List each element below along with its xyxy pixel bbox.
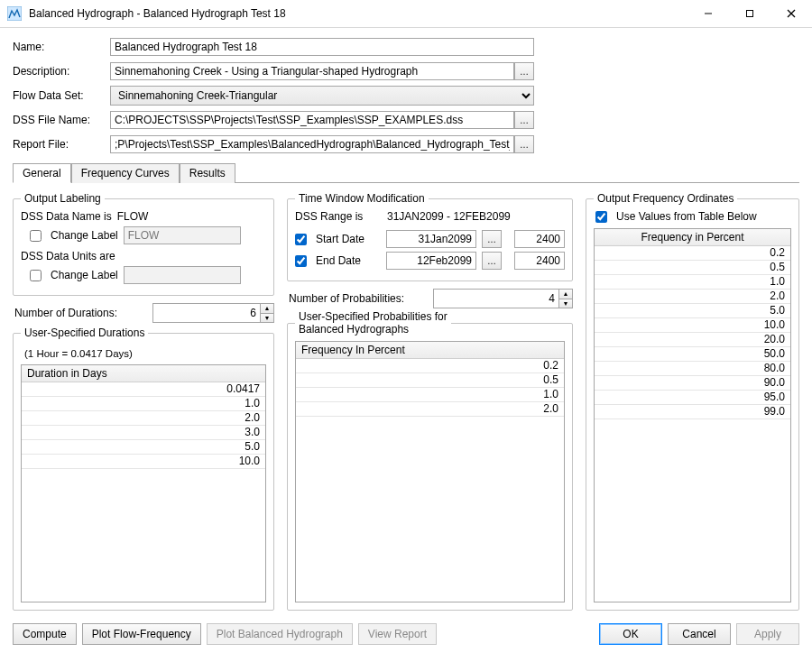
table-row[interactable]: 0.5 xyxy=(595,261,790,275)
description-ellipsis-button[interactable]: … xyxy=(514,62,534,80)
output-ordinates-legend: Output Frequency Ordinates xyxy=(594,192,737,205)
dss-range-label: DSS Range is xyxy=(295,210,382,223)
cancel-button[interactable]: Cancel xyxy=(668,623,731,645)
time-window-legend: Time Window Modification xyxy=(295,192,429,205)
output-labeling-legend: Output Labeling xyxy=(21,192,105,205)
hour-note: (1 Hour = 0.0417 Days) xyxy=(24,348,266,359)
ellipsis-icon: … xyxy=(520,140,529,150)
tab-general[interactable]: General xyxy=(13,163,71,183)
app-icon xyxy=(7,6,22,21)
change-units-input[interactable] xyxy=(124,266,241,284)
table-row[interactable]: 2.0 xyxy=(22,411,265,426)
probabilities-grid[interactable]: Frequency In Percent 0.20.51.02.0 xyxy=(295,341,565,602)
user-probabilities-legend: User-Specified Probabilities for Balance… xyxy=(295,310,451,336)
user-durations-panel: User-Specified Durations (1 Hour = 0.041… xyxy=(13,326,274,611)
name-label: Name: xyxy=(13,41,110,53)
chevron-up-icon[interactable]: ▲ xyxy=(261,304,273,313)
chevron-down-icon[interactable]: ▼ xyxy=(261,313,273,323)
ellipsis-icon: … xyxy=(520,67,529,77)
dss-file-input[interactable] xyxy=(110,111,514,129)
end-date-checkbox[interactable] xyxy=(295,255,307,267)
table-row[interactable]: 10.0 xyxy=(595,318,790,333)
dss-data-name-label: DSS Data Name is xyxy=(21,210,112,223)
num-probabilities-label: Number of Probabilities: xyxy=(289,292,428,305)
table-row[interactable]: 0.2 xyxy=(296,359,564,373)
table-row[interactable]: 20.0 xyxy=(595,333,790,347)
table-row[interactable]: 1.0 xyxy=(296,388,564,402)
view-report-button[interactable]: View Report xyxy=(358,623,437,645)
end-date-input[interactable] xyxy=(386,252,476,270)
report-file-input[interactable] xyxy=(110,135,514,153)
table-row[interactable]: 3.0 xyxy=(22,426,265,440)
use-table-label: Use Values from Table Below xyxy=(616,210,757,223)
minimize-button[interactable] xyxy=(687,0,729,27)
description-label: Description: xyxy=(13,65,110,78)
table-row[interactable]: 0.0417 xyxy=(22,382,265,397)
svg-rect-2 xyxy=(747,11,753,17)
name-input[interactable] xyxy=(110,38,534,56)
user-durations-legend: User-Specified Durations xyxy=(21,326,148,339)
probabilities-header: Frequency In Percent xyxy=(296,342,564,359)
end-time-input[interactable] xyxy=(514,252,565,270)
output-labeling-panel: Output Labeling DSS Data Name is FLOW Ch… xyxy=(13,192,274,296)
use-table-checkbox[interactable] xyxy=(595,211,607,223)
start-date-checkbox[interactable] xyxy=(295,234,307,245)
table-row[interactable]: 50.0 xyxy=(595,347,790,362)
ok-button[interactable]: OK xyxy=(599,623,662,645)
header-form: Name: Description: … Flow Data Set: Sinn… xyxy=(13,37,799,159)
num-durations-label: Number of Durations: xyxy=(14,307,147,319)
end-date-picker-button[interactable]: … xyxy=(482,252,502,270)
chevron-down-icon[interactable]: ▼ xyxy=(559,299,572,308)
compute-button[interactable]: Compute xyxy=(13,623,77,645)
start-date-picker-button[interactable]: … xyxy=(482,230,502,248)
table-row[interactable]: 10.0 xyxy=(22,455,265,469)
change-units-label: Change Label xyxy=(51,269,118,281)
dss-range-value: 31JAN2099 - 12FEB2099 xyxy=(387,210,511,223)
tab-frequency-curves[interactable]: Frequency Curves xyxy=(71,163,180,183)
apply-button[interactable]: Apply xyxy=(736,623,799,645)
table-row[interactable]: 5.0 xyxy=(595,304,790,318)
table-row[interactable]: 99.0 xyxy=(595,405,790,419)
change-units-checkbox[interactable] xyxy=(30,270,42,281)
durations-header: Duration in Days xyxy=(22,365,265,382)
flow-data-set-select[interactable]: Sinnemahoning Creek-Triangular xyxy=(110,86,534,106)
close-button[interactable] xyxy=(770,0,812,27)
change-name-checkbox[interactable] xyxy=(30,230,42,242)
maximize-button[interactable] xyxy=(729,0,770,27)
table-row[interactable]: 1.0 xyxy=(22,397,265,411)
plot-flow-frequency-button[interactable]: Plot Flow-Frequency xyxy=(82,623,201,645)
table-row[interactable]: 90.0 xyxy=(595,376,790,391)
output-ordinates-panel: Output Frequency Ordinates Use Values fr… xyxy=(586,192,799,611)
tab-strip: General Frequency Curves Results xyxy=(13,162,799,183)
table-row[interactable]: 2.0 xyxy=(296,402,564,417)
num-probabilities-spinner[interactable]: ▲ ▼ xyxy=(433,289,573,308)
dss-file-label: DSS File Name: xyxy=(13,114,110,126)
ordinates-grid[interactable]: Frequency in Percent 0.20.51.02.05.010.0… xyxy=(594,228,791,602)
table-row[interactable]: 95.0 xyxy=(595,391,790,405)
table-row[interactable]: 0.2 xyxy=(595,246,790,261)
durations-grid[interactable]: Duration in Days 0.04171.02.03.05.010.0 xyxy=(21,364,266,602)
change-name-input[interactable] xyxy=(124,226,241,244)
dss-file-browse-button[interactable]: … xyxy=(514,111,534,129)
start-time-input[interactable] xyxy=(514,230,565,248)
table-row[interactable]: 0.5 xyxy=(296,373,564,388)
ellipsis-icon: … xyxy=(487,235,496,244)
num-durations-spinner[interactable]: ▲ ▼ xyxy=(152,303,274,323)
description-input[interactable] xyxy=(110,62,514,80)
table-row[interactable]: 1.0 xyxy=(595,275,790,290)
num-durations-input[interactable] xyxy=(153,304,260,322)
table-row[interactable]: 5.0 xyxy=(22,440,265,455)
table-row[interactable]: 2.0 xyxy=(595,290,790,304)
ordinates-header: Frequency in Percent xyxy=(595,229,790,246)
title-bar: Balanced Hydrograph - Balanced Hydrograp… xyxy=(0,0,812,28)
time-window-panel: Time Window Modification DSS Range is 31… xyxy=(287,192,573,281)
chevron-up-icon[interactable]: ▲ xyxy=(559,290,572,299)
report-file-browse-button[interactable]: … xyxy=(514,135,534,153)
end-date-label: End Date xyxy=(316,254,381,267)
start-date-label: Start Date xyxy=(316,233,381,245)
start-date-input[interactable] xyxy=(386,230,476,248)
table-row[interactable]: 80.0 xyxy=(595,362,790,376)
num-probabilities-input[interactable] xyxy=(434,290,558,308)
tab-results[interactable]: Results xyxy=(180,163,235,183)
plot-balanced-hydrograph-button[interactable]: Plot Balanced Hydrograph xyxy=(207,623,353,645)
